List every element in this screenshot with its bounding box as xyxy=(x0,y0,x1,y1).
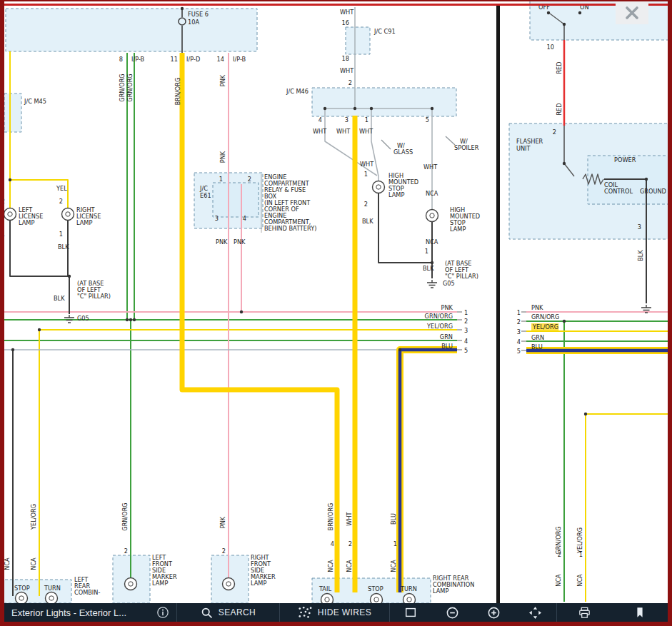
hide-wires-label: HIDE WIRES xyxy=(318,607,371,617)
bookmark-button[interactable] xyxy=(613,603,668,622)
wire-label: 2 xyxy=(248,176,251,183)
wire-label: NCA xyxy=(346,560,353,572)
wire-label: BLU xyxy=(531,343,543,350)
wire-label: 4 xyxy=(517,338,521,345)
junction-dot xyxy=(563,162,566,165)
wire-label: 18 xyxy=(342,55,349,62)
search-icon xyxy=(201,607,213,619)
wire-label: POWER xyxy=(614,156,636,163)
wire-label: 2 xyxy=(364,201,368,208)
diagram-title: Exterior Lights - Exterior L... xyxy=(11,607,126,618)
wire-label: NCA xyxy=(426,238,438,246)
lamp-symbol xyxy=(62,208,74,221)
wire-label: NCA xyxy=(576,574,583,587)
top-red-line xyxy=(4,4,668,6)
wire-label: PNK xyxy=(234,238,246,246)
fit-screen-icon xyxy=(404,606,417,619)
wire-label: 2 xyxy=(348,540,352,547)
wire-label: J/C M46 xyxy=(286,88,309,95)
print-icon xyxy=(578,606,591,620)
wire-label: YEL/ORG xyxy=(30,504,37,530)
wire-label: WHT xyxy=(336,128,351,135)
lamp-symbol xyxy=(46,592,58,604)
expand-button[interactable] xyxy=(515,603,556,622)
wire-label: 1 xyxy=(59,231,63,238)
zoom-out-icon xyxy=(446,606,459,620)
wire-label: BLK xyxy=(423,265,434,272)
wire-label: STOP xyxy=(368,585,383,592)
wire-label: J/C M45 xyxy=(24,98,46,105)
junction-dot xyxy=(68,275,71,278)
wire-label: E61 xyxy=(200,192,211,199)
print-button[interactable] xyxy=(557,603,613,622)
wire-label: STOP xyxy=(14,585,30,592)
wire-label: I/P-B xyxy=(233,56,246,63)
wire-label: J/C C91 xyxy=(373,28,396,35)
wire-label: PNK xyxy=(219,151,226,163)
wire-label: GLASS xyxy=(393,148,413,156)
junction-dot xyxy=(563,23,566,26)
wire-label: BEHIND BATTERY) xyxy=(264,225,316,232)
wire-label: WHT xyxy=(360,161,374,168)
wire-label: BRN/ORG xyxy=(327,503,334,531)
document-actions-section xyxy=(557,603,668,622)
wire-label: NCA xyxy=(426,190,438,197)
wire-label: GRN xyxy=(440,333,453,340)
wire-label: WHT xyxy=(313,128,327,135)
wire-label: I/P-B xyxy=(131,56,145,63)
wire-label: WHT xyxy=(340,67,354,74)
wire-label: 4 xyxy=(464,338,468,345)
wire-label: WHT xyxy=(423,163,438,171)
junction-dot xyxy=(431,107,433,110)
junction-dot xyxy=(133,318,136,321)
hide-wires-button[interactable]: HIDE WIRES xyxy=(280,603,390,622)
wire-label: BLK xyxy=(54,295,65,302)
wire-label: TURN xyxy=(44,585,61,592)
wire-label: FLASHER xyxy=(516,138,543,145)
ground-symbol xyxy=(427,280,437,288)
wire-label: 2 xyxy=(464,318,468,325)
wire-label: RED xyxy=(556,103,563,115)
wire-label: 2 xyxy=(4,198,5,205)
wire-label: J/C xyxy=(199,185,208,192)
wire-label: WHT xyxy=(340,9,354,16)
wire-label: LAMP xyxy=(251,580,266,587)
lamp-symbol xyxy=(125,578,137,590)
junction-dot xyxy=(645,178,648,181)
close-button[interactable] xyxy=(616,1,648,24)
wire-label: G05 xyxy=(443,280,455,287)
zoom-out-button[interactable] xyxy=(431,603,473,622)
wire-label: SPOILER xyxy=(454,144,479,151)
wire-label: GRN xyxy=(531,334,544,341)
junction-dot xyxy=(584,413,587,415)
info-icon[interactable] xyxy=(156,606,169,619)
wire-label: NCA xyxy=(327,560,334,572)
wire-label: 5 xyxy=(517,348,521,355)
junction-dot xyxy=(126,318,129,321)
wire-label: 2 xyxy=(124,547,128,555)
wiring-diagram: FUSE 610A8I/P-B11I/P-D14I/P-BJ/C M45GRN/… xyxy=(4,1,668,603)
wire-label: 5 xyxy=(464,347,468,354)
blu-highlight xyxy=(400,350,457,592)
wire-label: 1 xyxy=(579,551,583,558)
wire-label: 1 xyxy=(464,309,468,316)
fit-screen-button[interactable] xyxy=(390,603,431,622)
junction-dot xyxy=(324,107,326,110)
wire-label: GRN/ORG xyxy=(425,313,453,320)
yel-org-right-wire xyxy=(586,414,668,602)
wire-label: LAMP xyxy=(433,587,448,595)
wire-label: 1 xyxy=(4,231,5,238)
wire-label: GRN/ORG xyxy=(121,503,129,530)
wire-label: 10A xyxy=(188,19,199,26)
search-label: SEARCH xyxy=(219,607,256,617)
wire-label: 4 xyxy=(319,116,322,123)
wire-label: G05 xyxy=(77,315,89,322)
zoom-in-button[interactable] xyxy=(473,603,515,622)
wire-label: TURN xyxy=(400,585,417,592)
wire-label: 1 xyxy=(517,309,521,316)
wire-label: TAIL xyxy=(319,585,331,592)
wire-label: LAMP xyxy=(76,219,92,226)
search-button[interactable]: SEARCH xyxy=(177,603,280,622)
close-icon xyxy=(624,5,640,21)
junction-dot xyxy=(38,328,41,331)
